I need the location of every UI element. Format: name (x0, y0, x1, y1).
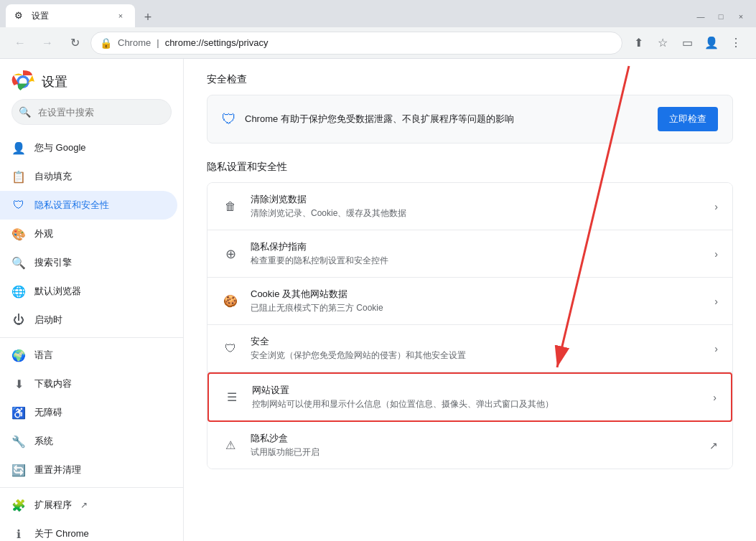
tab-bar: ⚙ 设置 × + (6, 4, 691, 27)
sidebar-item-system[interactable]: 🔧 系统 (0, 427, 177, 456)
back-button[interactable]: ← (9, 32, 32, 55)
palette-icon: 🎨 (11, 227, 26, 241)
settings-item-sandbox[interactable]: ⚠ 隐私沙盒 试用版功能已开启 ↗ (207, 422, 732, 469)
tab-close-button[interactable]: × (115, 10, 126, 22)
search-icon: 🔍 (11, 255, 26, 270)
page-content: 设置 🔍 👤 您与 Google 📋 自动填充 🛡 隐私设置和安全性 🎨 外观 (0, 59, 756, 541)
sidebar-item-label: 默认浏览器 (34, 285, 81, 298)
privacy-guide-icon: ⊕ (222, 245, 239, 263)
safety-check-card: 🛡 Chrome 有助于保护您免受数据泄露、不良扩展程序等问题的影响 立即检查 (207, 95, 733, 144)
sidebar-item-browser[interactable]: 🌐 默认浏览器 (0, 277, 177, 306)
sidebar-item-extensions[interactable]: 🧩 扩展程序 ↗ (0, 491, 177, 519)
lock-icon: 🔒 (100, 37, 112, 49)
chrome-logo-icon (11, 70, 34, 93)
item-subtitle: 试用版功能已开启 (251, 446, 698, 458)
item-title: Cookie 及其他网站数据 (251, 288, 703, 301)
info-icon: ℹ (11, 527, 26, 541)
item-title: 清除浏览数据 (251, 193, 703, 206)
chevron-right-icon: › (714, 296, 718, 307)
url-separator: | (157, 37, 159, 48)
item-title: 隐私保护指南 (251, 240, 703, 253)
settings-item-cookies[interactable]: 🍪 Cookie 及其他网站数据 已阻止无痕模式下的第三方 Cookie › (207, 278, 732, 325)
minimize-button[interactable]: — (691, 10, 710, 23)
settings-item-clear-browsing[interactable]: 🗑 清除浏览数据 清除浏览记录、Cookie、缓存及其他数据 › (207, 183, 732, 230)
browser-frame: ⚙ 设置 × + — □ × ← → ↻ 🔒 Chrome | chrome:/… (0, 0, 756, 541)
profile-button[interactable]: 👤 (700, 32, 723, 55)
settings-list: 🗑 清除浏览数据 清除浏览记录、Cookie、缓存及其他数据 › ⊕ 隐私保护指… (207, 182, 733, 469)
sidebar-item-label: 关于 Chrome (34, 527, 89, 540)
privacy-section-title: 隐私设置和安全性 (207, 161, 733, 174)
sidebar-item-label: 您与 Google (34, 141, 86, 154)
item-title: 隐私沙盒 (251, 432, 698, 445)
item-text: 隐私保护指南 检查重要的隐私控制设置和安全控件 (251, 240, 703, 267)
sidebar-header: 设置 (0, 59, 183, 99)
item-subtitle: 控制网站可以使用和显示什么信息（如位置信息、摄像头、弹出式窗口及其他） (252, 398, 701, 410)
check-now-button[interactable]: 立即检查 (658, 107, 718, 131)
active-tab[interactable]: ⚙ 设置 × (6, 4, 135, 27)
sidebar-item-label: 启动时 (34, 314, 62, 326)
power-icon: ⏻ (11, 313, 26, 327)
sidebar-item-search[interactable]: 🔍 搜索引擎 (0, 248, 177, 277)
wrench-icon: 🔧 (11, 434, 26, 448)
sidebar-item-downloads[interactable]: ⬇ 下载内容 (0, 370, 177, 398)
chevron-right-icon: › (713, 392, 717, 403)
title-bar: ⚙ 设置 × + — □ × (0, 0, 756, 27)
sidebar-item-label: 自动填充 (34, 170, 72, 183)
language-icon: 🌍 (11, 348, 26, 362)
chevron-right-icon: › (714, 343, 718, 354)
maximize-button[interactable]: □ (711, 10, 730, 23)
sidebar-item-privacy[interactable]: 🛡 隐私设置和安全性 (0, 191, 177, 220)
share-button[interactable]: ⬆ (627, 32, 650, 55)
download-icon: ⬇ (11, 377, 26, 391)
tab-search-button[interactable]: ▭ (676, 32, 699, 55)
sidebar-item-autofill[interactable]: 📋 自动填充 (0, 162, 177, 191)
chevron-right-icon: › (714, 201, 718, 212)
window-controls: — □ × (691, 10, 750, 27)
settings-item-site-settings[interactable]: ☰ 网站设置 控制网站可以使用和显示什么信息（如位置信息、摄像头、弹出式窗口及其… (207, 372, 732, 422)
item-title: 网站设置 (252, 384, 701, 397)
safety-description: Chrome 有助于保护您免受数据泄露、不良扩展程序等问题的影响 (245, 113, 649, 126)
external-link-icon: ↗ (709, 440, 718, 451)
item-subtitle: 清除浏览记录、Cookie、缓存及其他数据 (251, 207, 703, 220)
sidebar-item-google[interactable]: 👤 您与 Google (0, 133, 177, 162)
sidebar-item-reset[interactable]: 🔄 重置并清理 (0, 456, 177, 484)
new-tab-button[interactable]: + (138, 7, 158, 27)
accessibility-icon: ♿ (11, 405, 26, 420)
settings-item-privacy-guide[interactable]: ⊕ 隐私保护指南 检查重要的隐私控制设置和安全控件 › (207, 230, 732, 278)
forward-button[interactable]: → (36, 32, 59, 55)
search-icon: 🔍 (19, 106, 31, 118)
sidebar-divider-2 (0, 487, 183, 488)
safety-shield-icon: 🛡 (222, 111, 236, 128)
sidebar-item-appearance[interactable]: 🎨 外观 (0, 220, 177, 248)
sidebar-item-startup[interactable]: ⏻ 启动时 (0, 306, 177, 334)
item-text: 网站设置 控制网站可以使用和显示什么信息（如位置信息、摄像头、弹出式窗口及其他） (252, 384, 701, 410)
address-bar[interactable]: 🔒 Chrome | chrome://settings/privacy (90, 32, 622, 55)
bookmark-button[interactable]: ☆ (651, 32, 674, 55)
item-subtitle: 安全浏览（保护您免受危险网站的侵害）和其他安全设置 (251, 349, 703, 362)
sidebar-item-about[interactable]: ℹ 关于 Chrome (0, 519, 177, 541)
sidebar-item-label: 外观 (34, 227, 53, 240)
tab-title: 设置 (32, 10, 109, 22)
settings-item-security[interactable]: 🛡 安全 安全浏览（保护您免受危险网站的侵害）和其他安全设置 › (207, 325, 732, 372)
menu-button[interactable]: ⋮ (724, 32, 747, 55)
sidebar-title: 设置 (42, 73, 67, 90)
brand-text: Chrome (118, 37, 151, 48)
clipboard-icon: 📋 (11, 169, 26, 184)
security-shield-icon: 🛡 (222, 340, 239, 357)
item-subtitle: 已阻止无痕模式下的第三方 Cookie (251, 302, 703, 314)
shield-icon: 🛡 (11, 198, 26, 212)
main-content: 安全检查 🛡 Chrome 有助于保护您免受数据泄露、不良扩展程序等问题的影响 … (184, 59, 756, 541)
refresh-button[interactable]: ↻ (63, 32, 86, 55)
puzzle-icon: 🧩 (11, 498, 26, 512)
search-input[interactable] (11, 99, 172, 125)
person-icon: 👤 (11, 141, 26, 155)
item-text: 隐私沙盒 试用版功能已开启 (251, 432, 698, 458)
nav-bar: ← → ↻ 🔒 Chrome | chrome://settings/priva… (0, 27, 756, 59)
sidebar-item-language[interactable]: 🌍 语言 (0, 341, 177, 370)
close-button[interactable]: × (732, 10, 750, 23)
reset-icon: 🔄 (11, 463, 26, 477)
sidebar-item-accessibility[interactable]: ♿ 无障碍 (0, 398, 177, 427)
sidebar-item-label: 系统 (34, 435, 53, 448)
safety-section-title: 安全检查 (207, 73, 733, 86)
trash-icon: 🗑 (222, 198, 239, 215)
